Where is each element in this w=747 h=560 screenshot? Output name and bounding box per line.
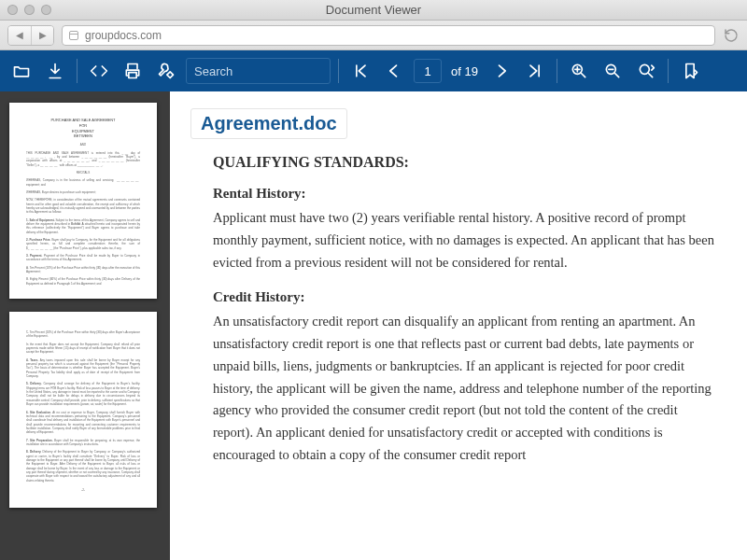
- download-button[interactable]: [41, 57, 69, 85]
- toolbar-divider: [668, 59, 669, 83]
- thumbnail-page-1[interactable]: PURCHASE AND SALE AGREEMENTFOREQUIPMENTB…: [9, 103, 157, 299]
- svg-line-12: [648, 74, 652, 77]
- page-total-label: of 19: [451, 64, 478, 78]
- prev-page-button[interactable]: [380, 57, 408, 85]
- toolbar-divider: [557, 59, 557, 83]
- workspace: PURCHASE AND SALE AGREEMENTFOREQUIPMENTB…: [0, 91, 747, 560]
- viewer-toolbar: of 19: [0, 50, 747, 91]
- zoom-out-button[interactable]: [599, 57, 627, 85]
- browser-url-field[interactable]: groupdocs.com: [62, 25, 715, 46]
- last-page-button[interactable]: [521, 57, 549, 85]
- document-area[interactable]: Agreement.doc QUALIFYING STANDARDS: Rent…: [170, 91, 747, 560]
- section-title: Rental History:: [213, 186, 719, 202]
- toolbar-divider: [338, 59, 339, 83]
- svg-point-11: [640, 64, 649, 74]
- window-title: Document Viewer: [0, 3, 747, 17]
- search-input[interactable]: [194, 64, 351, 78]
- search-field[interactable]: [186, 58, 331, 84]
- page-number-input[interactable]: [414, 59, 442, 83]
- browser-forward-button[interactable]: ▶: [31, 26, 53, 45]
- section-title: Credit History:: [213, 289, 719, 305]
- url-text: groupdocs.com: [85, 29, 162, 42]
- svg-rect-0: [70, 31, 78, 39]
- section-body: An unsatisfactory credit report can disq…: [213, 311, 719, 467]
- view-source-button[interactable]: [85, 57, 113, 85]
- bookmark-button[interactable]: [676, 57, 704, 85]
- zoom-in-button[interactable]: [565, 57, 593, 85]
- page-heading: QUALIFYING STANDARDS:: [213, 154, 719, 171]
- thumbnail-page-2[interactable]: C. Ten Percent (10%) of the Purchase Pri…: [9, 312, 157, 508]
- browser-back-button[interactable]: ◀: [8, 26, 31, 45]
- tools-button[interactable]: [152, 57, 180, 85]
- document-filename: Agreement.doc: [190, 108, 347, 139]
- section-body: Applicant must have two (2) years verifi…: [213, 207, 719, 274]
- window-titlebar: Document Viewer: [0, 0, 747, 21]
- svg-line-9: [614, 74, 618, 77]
- first-page-button[interactable]: [346, 57, 374, 85]
- page-content: QUALIFYING STANDARDS: Rental History: Ap…: [170, 154, 747, 495]
- zoom-options-button[interactable]: [632, 57, 660, 85]
- reload-icon[interactable]: [723, 27, 740, 44]
- open-file-button[interactable]: [7, 57, 35, 85]
- next-page-button[interactable]: [487, 57, 515, 85]
- site-icon: [68, 30, 79, 41]
- toolbar-divider: [77, 59, 78, 83]
- print-button[interactable]: [119, 57, 147, 85]
- svg-line-5: [581, 74, 585, 77]
- browser-nav-buttons: ◀ ▶: [7, 25, 54, 46]
- thumbnail-panel[interactable]: PURCHASE AND SALE AGREEMENTFOREQUIPMENTB…: [0, 91, 170, 560]
- browser-address-bar: ◀ ▶ groupdocs.com: [0, 21, 747, 50]
